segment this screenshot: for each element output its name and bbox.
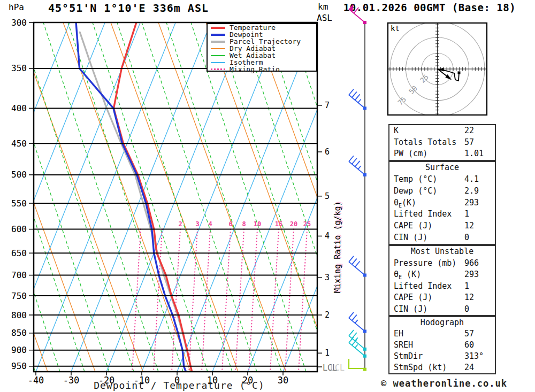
indices-row-value: 57 [464,137,474,149]
indices-row-label: SREH [394,340,413,351]
isotherm-line [142,22,281,372]
indices-row-value: 0 [464,232,469,244]
indices-row-label: K [394,125,399,137]
wet-adiabat-line [240,22,355,372]
wind-barb-feather [352,315,357,321]
legend-swatch-thin [211,48,225,49]
indices-row: SREH60 [389,340,495,351]
wind-barb-feather [355,161,360,167]
wind-level-dot [363,368,366,371]
indices-row-label: EH [394,328,403,340]
indices-row-label: StmDir [394,351,423,362]
indices-row-label: CIN (J) [394,304,427,316]
indices-row-value: 0 [464,304,469,316]
indices-row-label: Lifted Index [394,281,452,293]
hodograph-ring-label: 25 [418,73,430,84]
pressure-tick-label: 400 [11,103,27,113]
km-tick-label: 3 [325,273,330,282]
wind-barb-feather [355,261,360,267]
indices-row: K22 [389,125,495,137]
wet-adiabat-line [216,22,331,372]
indices-row-label: Dewp (°C) [394,186,437,197]
wind-barb-feather [349,89,354,95]
km-tick-label: 5 [325,191,330,201]
pressure-tick-label: 300 [11,18,27,28]
pressure-tick-label: 650 [11,248,27,258]
hodograph-ring-label: 50 [407,84,419,96]
wind-barb-half-feather [358,166,361,169]
indices-row-value: 57 [464,328,474,340]
wind-barb-staff [349,343,365,356]
wet-adiabat-line [289,22,404,372]
indices-row: Dewp (°C)2.9 [389,186,495,197]
indices-row-value: 293 [464,269,479,281]
wind-barb-feather [355,94,360,100]
lcl-label: LCL [323,363,337,373]
surface-wind-mark [349,359,364,368]
indices-row: StmSpd (kt)24 [389,362,495,373]
hodograph-trace [438,69,459,81]
legend-label: Mixing Ratio [230,66,280,73]
wind-barb-feather [349,312,354,318]
wet-adiabat-line [166,22,281,372]
pressure-tick-label: 900 [11,345,27,355]
temperature-line [114,22,192,371]
indices-row: θE(K)293 [389,197,495,209]
wet-adiabat-line [191,22,306,372]
pressure-tick-label: 700 [11,270,27,280]
skewt-sounding-page: hPa 45°51'N 1°10'E 336m ASL km ASL 10.01… [0,0,535,392]
mixing-ratio-label: 8 [242,220,246,228]
wind-barb-staff [349,162,365,175]
indices-row-label: CAPE (J) [394,292,432,304]
wind-barb-feather [354,7,358,13]
indices-row-value: 60 [464,340,474,351]
dry-adiabat-line [206,22,333,372]
indices-row-value: 4.1 [464,174,479,186]
credit-label: © weatheronline.co.uk [369,378,519,389]
wind-barb-staff [349,336,365,349]
pressure-tick-label: 750 [11,291,27,301]
indices-section-header: Hodograph [389,317,495,328]
indices-section: SurfaceTemp (°C)4.1Dewp (°C)2.9θE(K)293L… [388,161,496,245]
wind-barb-staff [349,9,365,22]
wind-barb-feather [349,256,354,262]
legend-swatch-thin [211,55,225,56]
wind-barb-feather [352,259,357,265]
indices-row-value: 1 [464,209,469,220]
legend-swatch-dots [211,68,225,70]
isotherm-line [36,22,175,372]
indices-row: Temp (°C)4.1 [389,174,495,186]
dry-adiabat-line [16,22,143,372]
wet-adiabat-line [93,22,208,372]
indices-row: CIN (J)0 [389,304,495,316]
indices-section: K22Totals Totals57PW (cm)1.01 [388,124,496,161]
indices-row-value: 12 [464,220,474,232]
dry-adiabat-line [63,22,190,372]
indices-section-header: Surface [389,162,495,174]
wind-barb-staff [349,95,365,109]
indices-row: CIN (J)0 [389,232,495,244]
wind-barb-feather [352,92,357,98]
pressure-tick-label: 550 [11,198,27,209]
indices-row-label: Totals Totals [394,137,456,149]
wind-barb-half-feather [355,320,358,323]
km-tick-label: 6 [325,147,330,157]
isotherm-line [212,22,352,372]
indices-row: PW (cm)1.01 [389,148,495,160]
wind-barb-pennant [349,4,353,12]
indices-row-label: Temp (°C) [394,174,437,186]
hodograph: 255075 [388,22,487,117]
pressure-tick-label: 800 [11,310,27,320]
pressure-tick-label: 450 [11,139,27,149]
mixing-ratio-label: 4 [208,220,212,228]
indices-section-header: Most Unstable [389,246,495,258]
indices-row: Lifted Index1 [389,209,495,220]
wind-barb-staff [349,318,365,332]
mixing-ratio-label: 25 [303,220,311,228]
pressure-tick-label: 350 [11,63,27,73]
xaxis-title: Dewpoint / Temperature (°C) [75,380,284,391]
pressure-tick-label: 500 [11,170,27,180]
mixing-ratio-label: 15 [275,220,282,228]
wind-barb-feather [349,156,354,162]
mixing-ratio-axis-label: Mixing Ratio (g/kg) [333,201,342,293]
